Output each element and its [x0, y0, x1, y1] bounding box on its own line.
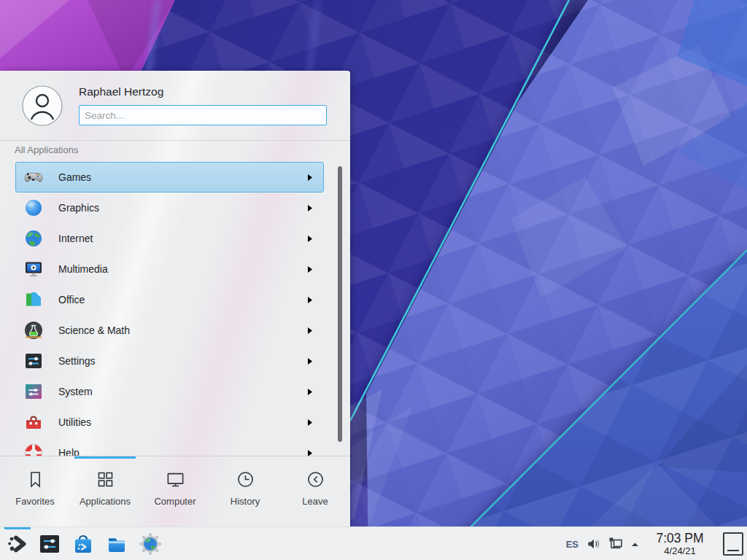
tab-applications[interactable]: Applications	[70, 456, 140, 526]
category-help[interactable]: Help	[15, 438, 324, 456]
system-icon	[23, 381, 44, 402]
category-list: Games Graphics Internet Multimedia O	[15, 162, 324, 456]
tab-label: Favorites	[15, 496, 54, 507]
folder-icon	[105, 532, 128, 556]
chevron-right-icon	[307, 419, 313, 427]
discover-icon	[71, 532, 95, 556]
user-avatar[interactable]	[22, 85, 63, 126]
globe-gear-icon	[139, 532, 162, 556]
active-task-indicator	[4, 527, 31, 529]
category-label: Settings	[58, 355, 307, 367]
chevron-right-icon	[307, 235, 313, 243]
help-icon	[23, 443, 44, 456]
wired-network-icon[interactable]	[608, 536, 624, 552]
chevron-right-icon	[307, 449, 313, 456]
system-tray: ES 7:03 PM 4/24/21	[565, 527, 744, 560]
category-science-math[interactable]: Science & Math	[15, 315, 324, 346]
category-label: Multimedia	[58, 263, 307, 275]
launcher-header: Raphael Hertzog	[0, 71, 350, 141]
discover-button[interactable]	[71, 532, 95, 556]
category-games[interactable]: Games	[15, 162, 324, 192]
file-manager-button[interactable]	[105, 532, 128, 556]
launcher-footer-tabs: Favorites Applications Computer History …	[0, 456, 350, 526]
clock-time: 7:03 PM	[646, 532, 713, 545]
category-internet[interactable]: Internet	[15, 223, 324, 254]
category-label: Games	[58, 171, 307, 183]
web-browser-button[interactable]	[139, 532, 162, 556]
category-label: System	[58, 386, 307, 397]
desktop: Raphael Hertzog All Applications Games G…	[0, 0, 747, 560]
system-settings-button[interactable]	[38, 532, 61, 556]
app-launcher-icon	[5, 532, 30, 556]
leave-icon	[306, 470, 325, 489]
category-label: Graphics	[58, 202, 307, 214]
tab-history[interactable]: History	[210, 456, 280, 526]
chevron-right-icon	[307, 388, 313, 396]
search-input[interactable]	[79, 105, 327, 125]
system-settings-icon	[38, 532, 61, 556]
application-launcher-button[interactable]	[0, 527, 35, 560]
digital-clock[interactable]: 7:03 PM 4/24/21	[646, 532, 713, 556]
category-label: Utilities	[58, 416, 307, 428]
chevron-right-icon	[307, 204, 313, 212]
category-label: Help	[58, 447, 307, 456]
tab-label: History	[231, 496, 260, 507]
chevron-right-icon	[307, 174, 313, 182]
category-label: Science & Math	[58, 324, 307, 336]
tab-label: Applications	[80, 496, 131, 507]
multimedia-icon	[23, 259, 44, 279]
tab-favorites[interactable]: Favorites	[0, 456, 70, 526]
category-graphics[interactable]: Graphics	[15, 192, 324, 223]
active-tab-indicator	[74, 456, 136, 459]
category-utilities[interactable]: Utilities	[15, 407, 324, 438]
tab-label: Computer	[154, 496, 196, 507]
bookmark-icon	[26, 470, 45, 489]
category-system[interactable]: System	[15, 376, 324, 407]
taskbar-launchers	[35, 532, 162, 556]
graphics-icon	[23, 198, 44, 218]
user-name: Raphael Hertzog	[79, 85, 163, 98]
volume-icon[interactable]	[586, 536, 602, 552]
internet-icon	[23, 228, 44, 249]
category-multimedia[interactable]: Multimedia	[15, 254, 324, 284]
chevron-right-icon	[307, 357, 313, 365]
clock-icon	[236, 470, 255, 489]
tab-leave[interactable]: Leave	[280, 456, 350, 526]
category-label: Office	[58, 294, 307, 306]
application-launcher-menu: Raphael Hertzog All Applications Games G…	[0, 71, 350, 526]
section-label: All Applications	[15, 144, 78, 155]
tab-label: Leave	[302, 496, 328, 507]
games-icon	[23, 167, 44, 187]
chevron-right-icon	[307, 327, 313, 335]
show-desktop-icon[interactable]	[722, 532, 744, 556]
science-icon	[23, 320, 44, 341]
settings-icon	[23, 351, 44, 371]
taskbar-panel: ES 7:03 PM 4/24/21	[0, 526, 747, 560]
category-label: Internet	[58, 233, 307, 244]
grid-icon	[96, 470, 115, 489]
category-office[interactable]: Office	[15, 284, 324, 315]
chevron-right-icon	[307, 296, 313, 304]
scrollbar[interactable]	[338, 166, 342, 442]
monitor-icon	[166, 470, 185, 489]
office-icon	[23, 289, 44, 310]
utilities-icon	[23, 412, 44, 432]
clock-date: 4/24/21	[646, 546, 713, 556]
category-settings[interactable]: Settings	[15, 346, 324, 376]
expand-tray-icon[interactable]	[630, 539, 640, 550]
tab-computer[interactable]: Computer	[140, 456, 210, 526]
chevron-right-icon	[307, 265, 313, 273]
keyboard-layout-indicator[interactable]: ES	[565, 539, 580, 550]
